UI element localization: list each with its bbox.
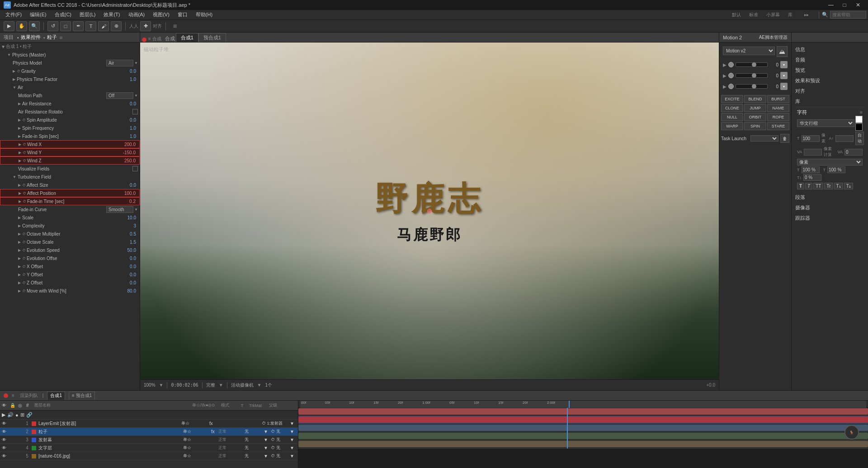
tool-zoom[interactable]: 🔍 [29, 21, 40, 31]
wind-z-value[interactable]: 250.0 [115, 158, 137, 163]
minimize-button[interactable]: — [825, 0, 837, 10]
gravity-row[interactable]: ▶ ⏱ Gravity 0.0 [0, 67, 140, 75]
text-color-swatch[interactable] [855, 116, 863, 123]
maximize-button[interactable]: □ [838, 0, 851, 10]
bold-btn[interactable]: T [797, 183, 804, 189]
tl-play-icon[interactable]: ▶ [2, 412, 5, 418]
tool-text[interactable]: T [85, 21, 96, 31]
auto-btn[interactable]: 自动 [855, 132, 864, 145]
menu-composition[interactable]: 合成(C) [51, 10, 75, 19]
menu-window[interactable]: 窗口 [174, 10, 191, 19]
audio-section-label[interactable]: 音频 [795, 55, 864, 64]
workspace-more[interactable]: ▸▸ [797, 12, 816, 17]
y-offset-value[interactable]: 0.0 [115, 272, 138, 277]
tool-hand[interactable]: ✋ [16, 21, 27, 31]
air-resistance-value[interactable]: 0.0 [115, 101, 138, 106]
tl-options[interactable]: ≡ [12, 393, 14, 398]
complexity-row[interactable]: ▶ Complexity 3 [0, 222, 140, 230]
effects-presets-label[interactable]: 效果和预设 [795, 76, 864, 85]
motion-btn-orbit[interactable]: ORBIT [744, 113, 766, 121]
move-with-wind-value[interactable]: 80.0 [115, 288, 138, 293]
tab-precomp1[interactable]: 预合成1 [198, 33, 226, 42]
motion-btn-jump[interactable]: JUMP [744, 104, 766, 112]
evolution-offset-value[interactable]: 0.0 [115, 256, 138, 261]
font-family-select[interactable]: 华文行楷 [797, 119, 854, 127]
wind-x-value[interactable]: 200.0 [115, 142, 137, 147]
scale-value[interactable]: 10.0 [115, 215, 138, 220]
task-launch-select[interactable] [750, 135, 779, 142]
spin-amplitude-row[interactable]: ▶ ⏱ Spin Amplitude 0.0 [0, 116, 140, 124]
evolution-offset-row[interactable]: ▶ ⏱ Evolution Offse 0.0 [0, 254, 140, 262]
tool-rotation[interactable]: ↺ [47, 21, 58, 31]
font-size-input[interactable] [802, 135, 820, 142]
zoom-control[interactable]: 100% [144, 383, 156, 388]
slider2-value[interactable]: 0 [769, 73, 778, 78]
gravity-value[interactable]: 0.0 [115, 69, 138, 74]
l1-eye[interactable]: 👁 [2, 421, 8, 426]
menu-animation[interactable]: 动画(A) [125, 10, 149, 19]
octave-mult-row[interactable]: ▶ ⏱ Octave Multiplier 0.5 [0, 230, 140, 238]
affect-position-row[interactable]: ▶ ⏱ Affect Position 100.0 [0, 189, 140, 197]
move-with-wind-row[interactable]: ▶ ⏱ Move with Wind [%] 80.0 [0, 287, 140, 295]
char-panel-expand-icon[interactable]: ≡ [860, 110, 863, 115]
tab-menu-icon[interactable]: ≡ [60, 35, 62, 40]
tl-layer-2[interactable]: 👁 2 粒子 单☆ fx 正常 无 ▼ ⏱ 无 ▼ [0, 428, 298, 436]
motion-icon-btn[interactable]: ⛰ [777, 46, 788, 57]
wind-z-row[interactable]: ▶ ⏱ Wind Z 250.0 [0, 156, 140, 165]
text-indent-select[interactable]: 像素 [797, 159, 863, 165]
tl-layer-4[interactable]: 👁 4 文字层 单☆ 正常 无 ▼ ⏱ 无 ▼ [0, 444, 298, 452]
wind-y-value[interactable]: -150.0 [115, 150, 137, 155]
tl-frame-icon[interactable]: ⊞ [20, 412, 24, 418]
menu-help[interactable]: 帮助(H) [192, 10, 216, 19]
fade-in-time-value[interactable]: 0.2 [115, 199, 137, 204]
affect-size-row[interactable]: ▶ ⏱ Affect Size 0.0 [0, 181, 140, 189]
tool-pen[interactable]: ✒ [73, 21, 84, 31]
slider1-handle-icon[interactable] [728, 62, 734, 67]
fade-in-time-row[interactable]: ▶ ⏱ Fade-in Time [sec] 0.2 [0, 197, 140, 205]
fade-in-spin-value[interactable]: 1.0 [115, 134, 138, 139]
tl-audio-icon[interactable]: 🔊 [7, 412, 14, 418]
char-panel-label[interactable]: 字符 [797, 109, 807, 116]
tracer-section-label[interactable]: 跟踪器 [795, 213, 864, 222]
tracking-input[interactable] [804, 149, 822, 156]
physics-model-value[interactable]: Air [106, 60, 133, 66]
slider3-icon-btn[interactable]: ▾ [780, 83, 788, 90]
spin-amplitude-value[interactable]: 0.0 [115, 118, 138, 123]
align-section-label[interactable]: 对齐 [795, 86, 864, 95]
baseline-input[interactable] [803, 174, 821, 181]
slider2-track[interactable] [736, 73, 768, 78]
kerning-input[interactable] [844, 149, 863, 156]
small-caps-btn[interactable]: Tr [824, 183, 833, 189]
close-button[interactable]: ✕ [852, 0, 864, 10]
workspace-default[interactable]: 默认 [728, 12, 745, 18]
horiz-scale-input[interactable] [802, 166, 820, 173]
evolution-speed-value[interactable]: 50.0 [115, 248, 138, 253]
vert-scale-input[interactable] [827, 166, 845, 173]
tl-layer-3[interactable]: 👁 3 发射幕 单☆ 正常 无 ▼ ⏱ 无 ▼ [0, 436, 298, 444]
motion-btn-spin[interactable]: SPIN [744, 122, 766, 130]
tool-align[interactable]: ✚ [140, 21, 151, 31]
comp-record-btn[interactable] [142, 38, 146, 42]
z-offset-value[interactable]: 0.0 [115, 280, 138, 285]
text-bg-color-swatch[interactable] [855, 123, 863, 131]
all-caps-btn[interactable]: TT [813, 183, 823, 189]
scale-row[interactable]: ▶ Scale 10.0 [0, 213, 140, 222]
super-btn[interactable]: T₁ [834, 183, 843, 189]
tl-link-icon[interactable]: 🔗 [26, 412, 33, 418]
menu-file[interactable]: 文件(F) [2, 10, 25, 19]
air-resistance-rot-checkbox[interactable] [132, 109, 138, 114]
menu-effect[interactable]: 效果(T) [100, 10, 123, 19]
l4-eye[interactable]: 👁 [2, 445, 8, 450]
task-delete-btn[interactable]: 🗑 [780, 134, 789, 143]
tool-puppet[interactable]: ⊕ [111, 21, 122, 31]
menu-layer[interactable]: 图层(L) [76, 10, 99, 19]
physics-time-row[interactable]: ▶ Physics Time Factor 1.0 [0, 75, 140, 83]
particles-tab[interactable]: 粒子 [47, 34, 57, 41]
comp-options[interactable]: ≡ 合成 [148, 36, 161, 42]
motion-btn-blend[interactable]: BLEND [744, 95, 766, 103]
motion-btn-warp[interactable]: WARP [721, 122, 743, 130]
camera-control[interactable]: 活动摄像机 [231, 382, 254, 388]
complexity-value[interactable]: 3 [115, 223, 138, 228]
info-section-label[interactable]: 信息 [795, 44, 864, 54]
menu-edit[interactable]: 编辑(E) [26, 10, 50, 19]
